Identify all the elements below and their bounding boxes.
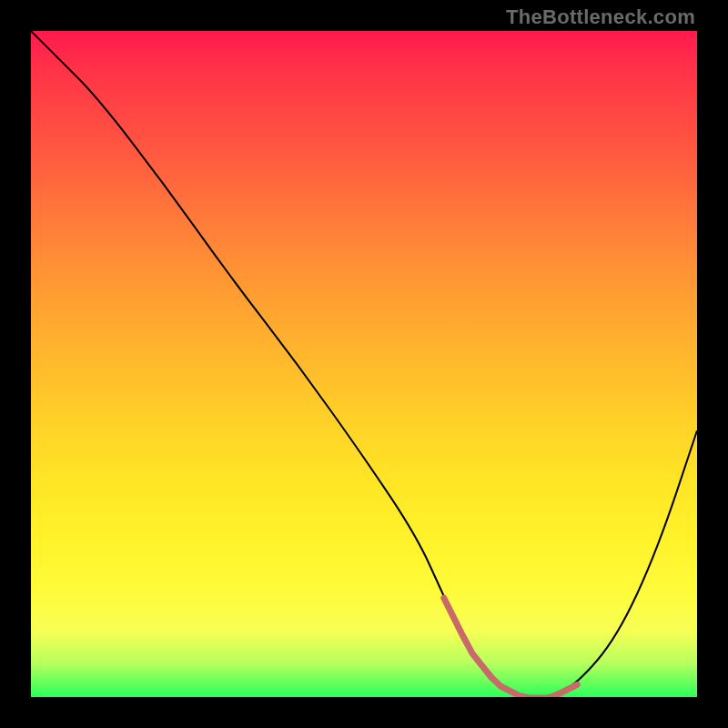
bottleneck-curve-svg [31,31,697,697]
optimal-zone-marker [444,598,577,697]
watermark-text: TheBottleneck.com [506,5,695,29]
bottleneck-curve-path [31,31,697,697]
chart-frame: TheBottleneck.com [0,0,728,728]
chart-plot-area [31,31,697,697]
